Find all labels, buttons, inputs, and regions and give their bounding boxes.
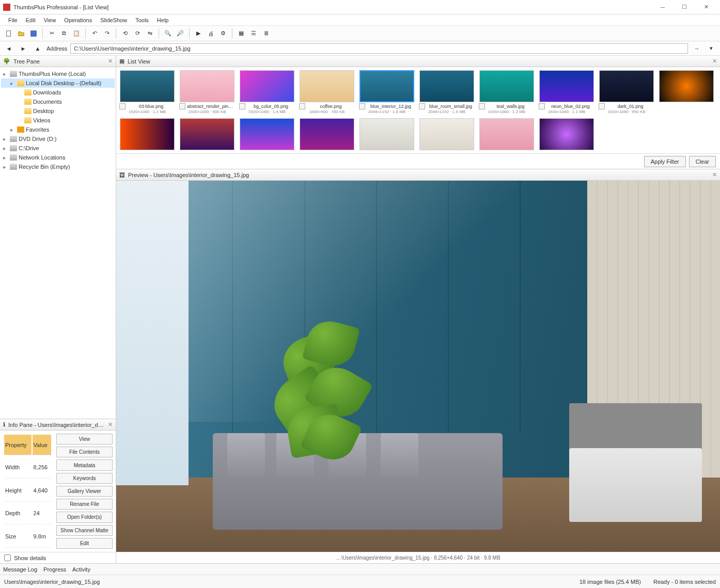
expand-icon[interactable]: ▸ <box>3 154 8 161</box>
info-action-button[interactable]: Edit <box>56 538 113 549</box>
tree-close-icon[interactable]: ✕ <box>108 58 113 65</box>
toolbar-redo-icon[interactable]: ↷ <box>101 28 113 39</box>
info-action-button[interactable]: Show Channel Matte <box>56 525 113 536</box>
thumbnail-item[interactable]: blue_interior_12.jpg2048×1152 · 1.8 MB <box>359 70 415 114</box>
toolbar-flip-icon[interactable]: ⇋ <box>144 28 155 39</box>
toolbar-paste-icon[interactable]: 📋 <box>71 28 82 39</box>
toolbar-new-icon[interactable] <box>3 28 14 39</box>
tag-icon[interactable] <box>419 103 425 109</box>
address-go-icon[interactable]: → <box>691 43 702 54</box>
expand-icon[interactable]: ▸ <box>10 80 15 87</box>
toolbar-rotate-right-icon[interactable]: ⟳ <box>132 28 143 39</box>
info-action-button[interactable]: Rename File <box>56 499 113 510</box>
expand-icon[interactable]: ▸ <box>10 126 15 133</box>
close-button[interactable]: ✕ <box>695 1 717 13</box>
tag-icon[interactable] <box>239 103 245 109</box>
nav-fwd-icon[interactable]: ► <box>18 43 29 54</box>
tag-icon[interactable] <box>119 103 126 109</box>
thumbnail-item[interactable]: abstract_render_pink.png1920×1080 · 900 … <box>179 70 235 114</box>
thumbnail-grid[interactable]: 03-blue.png1920×1080 · 1.2 MBabstract_re… <box>116 67 720 153</box>
tag-icon[interactable] <box>299 103 305 109</box>
thumbnail-item[interactable]: neon_blue_02.png1920×1080 · 1.1 MB <box>539 70 594 114</box>
preview-close-icon[interactable]: ✕ <box>712 171 717 178</box>
tag-icon[interactable] <box>539 103 545 109</box>
tag-icon[interactable] <box>359 103 365 109</box>
menu-operations[interactable]: Operations <box>60 16 96 24</box>
tree-item[interactable]: ▸Local Disk Desktop - (Default) <box>1 78 115 88</box>
toolbar-settings-icon[interactable]: ⚙ <box>217 28 229 39</box>
thumbnail-item[interactable] <box>419 118 475 150</box>
thumbnail-item[interactable]: bg_color_05.png1920×1080 · 1.4 MB <box>239 70 295 114</box>
info-action-button[interactable]: Metadata <box>56 459 113 470</box>
info-action-button[interactable]: File Contents <box>56 447 113 457</box>
tree-item[interactable]: Downloads <box>1 88 115 97</box>
toolbar-undo-icon[interactable]: ↶ <box>89 28 100 39</box>
tree-item[interactable]: ▸C:\Drive <box>1 144 115 153</box>
toolbar-slideshow-icon[interactable]: ▶ <box>193 28 204 39</box>
menu-help[interactable]: Help <box>153 16 173 24</box>
expand-icon[interactable]: ▸ <box>3 71 8 77</box>
tag-icon[interactable] <box>479 103 485 109</box>
menu-file[interactable]: File <box>4 16 22 24</box>
status-tab-progress[interactable]: Progress <box>43 566 66 573</box>
menu-edit[interactable]: Edit <box>22 16 40 24</box>
thumbnail-item[interactable]: dark_01.png1920×1080 · 950 KB <box>599 70 654 114</box>
tree-item[interactable]: Videos <box>1 116 115 125</box>
menu-view[interactable]: View <box>40 16 60 24</box>
tree-item[interactable]: ▸Network Locations <box>1 153 115 162</box>
nav-back-icon[interactable]: ◄ <box>3 43 14 54</box>
status-tab-activity[interactable]: Activity <box>72 566 90 573</box>
tree-item[interactable]: Documents <box>1 97 115 106</box>
tree-item[interactable]: ▸Recycle Bin (Empty) <box>1 162 115 171</box>
address-dropdown-icon[interactable]: ▾ <box>706 43 717 54</box>
toolbar-detail-icon[interactable]: ≣ <box>260 28 272 39</box>
list-close-icon[interactable]: ✕ <box>712 58 717 65</box>
folder-tree[interactable]: ▸ThumbsPlus Home (Local)▸Local Disk Desk… <box>0 67 116 419</box>
preview-image[interactable] <box>116 181 720 552</box>
tree-item[interactable]: ▸ThumbsPlus Home (Local) <box>1 69 115 78</box>
thumbnail-item[interactable]: blue_room_small.jpg2048×1152 · 1.6 MB <box>419 70 475 114</box>
thumbnail-item[interactable] <box>119 118 175 150</box>
minimize-button[interactable]: ─ <box>652 1 674 13</box>
thumbnail-item[interactable] <box>239 118 295 150</box>
expand-icon[interactable]: ▸ <box>3 164 8 170</box>
thumbnail-item[interactable]: teal_walls.jpg1920×1080 · 1.3 MB <box>479 70 535 114</box>
info-action-button[interactable]: Open Folder(s) <box>56 512 113 522</box>
toolbar-save-icon[interactable] <box>28 28 39 39</box>
toolbar-copy-icon[interactable]: ⧉ <box>58 28 70 39</box>
thumbnail-item[interactable] <box>179 118 235 150</box>
thumbnail-item[interactable] <box>479 118 535 150</box>
thumbnail-item[interactable] <box>299 118 355 150</box>
tree-item[interactable]: Desktop <box>1 106 115 116</box>
tree-item[interactable]: ▸DVD Drive (D:) <box>1 134 115 144</box>
show-details-checkbox[interactable] <box>4 554 11 561</box>
clear-filter-button[interactable]: Clear <box>689 156 716 167</box>
tag-icon[interactable] <box>599 103 605 109</box>
info-action-button[interactable]: View <box>56 434 113 444</box>
status-tab-log[interactable]: Message Log <box>3 566 37 573</box>
expand-icon[interactable]: ▸ <box>3 145 8 152</box>
nav-up-icon[interactable]: ▲ <box>32 43 43 54</box>
thumbnail-item[interactable] <box>359 118 415 150</box>
toolbar-list-icon[interactable]: ☰ <box>248 28 259 39</box>
thumbnail-item[interactable]: 03-blue.png1920×1080 · 1.2 MB <box>119 70 175 114</box>
apply-filter-button[interactable]: Apply Filter <box>644 156 686 167</box>
toolbar-cut-icon[interactable]: ✂ <box>46 28 57 39</box>
maximize-button[interactable]: ☐ <box>674 1 695 13</box>
info-action-button[interactable]: Gallery Viewer <box>56 486 113 497</box>
address-input[interactable] <box>70 43 688 54</box>
menu-tools[interactable]: Tools <box>131 16 153 24</box>
toolbar-rotate-left-icon[interactable]: ⟲ <box>119 28 131 39</box>
toolbar-zoom-out-icon[interactable]: 🔎 <box>175 28 186 39</box>
thumbnail-item[interactable] <box>659 70 714 114</box>
expand-icon[interactable]: ▸ <box>3 136 8 142</box>
toolbar-thumbs-icon[interactable]: ▦ <box>236 28 247 39</box>
tag-icon[interactable] <box>179 103 185 109</box>
thumbnail-item[interactable]: coffee.png1600×900 · 780 KB <box>299 70 355 114</box>
tree-item[interactable]: ▸Favorites <box>1 125 115 134</box>
info-close-icon[interactable]: ✕ <box>108 421 113 428</box>
menu-slideshow[interactable]: SlideShow <box>96 16 131 24</box>
toolbar-zoom-in-icon[interactable]: 🔍 <box>162 28 174 39</box>
info-action-button[interactable]: Keywords <box>56 473 113 484</box>
toolbar-open-icon[interactable] <box>15 28 27 39</box>
